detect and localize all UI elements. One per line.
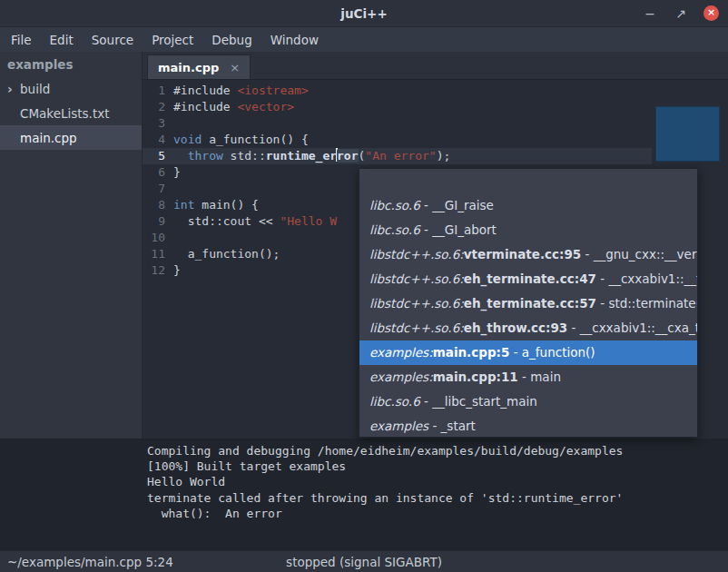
tree-item-main-cpp[interactable]: main.cpp xyxy=(0,125,142,150)
popup-row-text: - std::terminate() xyxy=(596,296,697,311)
popup-row-file: eh_terminate.cc:57 xyxy=(464,296,596,311)
tree-item-cmakelists-txt[interactable]: CMakeLists.txt xyxy=(0,101,142,125)
popup-row-file: main.cpp:11 xyxy=(433,370,518,384)
close-icon[interactable]: × xyxy=(703,5,719,21)
terminal-output: Compiling and debugging /home/eidheim/ex… xyxy=(0,439,728,550)
code-line[interactable]: throw std::runtime_error("An error"); xyxy=(173,148,450,164)
line-number-gutter: 123456789101112 xyxy=(143,83,173,279)
popup-row[interactable]: examples:main.cpp:5 - a_function() xyxy=(359,340,697,365)
popup-row[interactable]: examples:main.cpp:11 - main xyxy=(359,365,697,390)
terminal-line: terminate called after throwing an insta… xyxy=(147,490,724,506)
tab-label: main.cpp xyxy=(158,61,219,74)
code-segment: a_function(); xyxy=(173,247,280,261)
code-line[interactable]: #include <iostream> xyxy=(173,83,450,99)
statusbar: stopped (signal SIGABRT) ~/examples/main… xyxy=(0,550,728,572)
string-literal: <iostream> xyxy=(237,84,308,97)
chevron-right-icon: › xyxy=(7,82,20,96)
string-literal: <vector> xyxy=(237,100,294,113)
popup-row-prefix: examples: xyxy=(369,370,433,384)
popup-row[interactable]: libc.so.6 - __GI_abort xyxy=(359,218,697,242)
tree-item-build[interactable]: ›build xyxy=(0,76,142,101)
popup-row[interactable]: libstdc++.so.6:eh_terminate.cc:57 - std:… xyxy=(359,291,697,316)
code-segment: ); xyxy=(437,149,451,163)
line-number: 5 xyxy=(143,148,173,164)
popup-row-prefix: examples: xyxy=(369,345,433,360)
menu-item-source[interactable]: Source xyxy=(83,29,143,51)
menu-item-file[interactable]: File xyxy=(2,29,41,51)
line-number: 10 xyxy=(143,230,173,246)
terminal-line: Hello World xyxy=(147,474,724,489)
popup-row-prefix: libc.so.6 xyxy=(369,198,420,212)
status-file-position: ~/examples/main.cpp 5:24 xyxy=(0,555,173,569)
popup-row[interactable]: libstdc++.so.6:eh_terminate.cc:47 - __cx… xyxy=(359,267,697,291)
line-number: 2 xyxy=(143,99,173,115)
code-segment: main() { xyxy=(194,198,258,212)
popup-row-prefix: libstdc++.so.6: xyxy=(369,321,464,335)
popup-row-prefix: libc.so.6 xyxy=(369,394,420,409)
code-segment: } xyxy=(173,165,181,179)
popup-row-prefix: libstdc++.so.6: xyxy=(369,247,464,261)
menu-item-debug[interactable]: Debug xyxy=(202,29,261,51)
minimize-icon[interactable]: − xyxy=(642,6,658,21)
tab-close-icon[interactable]: × xyxy=(230,61,240,74)
menu-item-window[interactable]: Window xyxy=(261,29,328,51)
code-segment: void xyxy=(173,133,202,146)
code-segment xyxy=(173,149,188,163)
code-segment: #include xyxy=(173,100,237,113)
popup-row-text: - a_function() xyxy=(509,345,595,360)
string-literal: "Hello W xyxy=(280,214,337,228)
code-line[interactable] xyxy=(173,115,450,132)
menubar: FileEditSourceProjectDebugWindow xyxy=(0,27,728,52)
popup-row-text: - __GI_abort xyxy=(420,222,497,237)
line-number: 12 xyxy=(143,262,173,279)
string-literal: "An error" xyxy=(365,149,436,163)
code-segment: throw xyxy=(188,149,223,163)
code-line[interactable]: #include <vector> xyxy=(173,99,450,115)
popup-row-text: - __gnu_cxx::__verbos xyxy=(581,247,697,261)
popup-row[interactable]: libstdc++.so.6:eh_throw.cc:93 - __cxxabi… xyxy=(359,316,697,340)
tree-item-label: build xyxy=(20,82,50,96)
maximize-icon[interactable]: ↗ xyxy=(673,6,689,21)
terminal-line: what(): An error xyxy=(147,506,724,521)
window-title: juCi++ xyxy=(340,6,387,21)
tooltip-box xyxy=(655,106,720,162)
line-number: 1 xyxy=(143,83,173,99)
popup-row-text: - __libc_start_main xyxy=(420,394,537,409)
menu-item-project[interactable]: Project xyxy=(143,29,202,51)
popup-row[interactable]: examples - _start xyxy=(359,414,697,438)
line-number: 8 xyxy=(143,197,173,213)
popup-row-text: - _start xyxy=(428,419,476,433)
tab-main-cpp[interactable]: main.cpp × xyxy=(147,54,251,79)
code-segment: ror xyxy=(337,149,358,163)
terminal-line: [100%] Built target examples xyxy=(147,459,724,474)
code-segment: std::cout << xyxy=(173,214,280,228)
line-number: 3 xyxy=(143,115,173,132)
popup-row-file: vterminate.cc:95 xyxy=(464,247,581,261)
popup-row[interactable]: libc.so.6 - __GI_raise xyxy=(359,193,697,218)
menu-item-edit[interactable]: Edit xyxy=(41,29,83,51)
code-segment: runtime_er xyxy=(266,149,337,163)
popup-row-text: - __cxxabiv1::__cxa_thro xyxy=(567,321,697,335)
line-number: 11 xyxy=(143,246,173,262)
popup-row-file: main.cpp:5 xyxy=(433,345,510,360)
popup-row-text: - __GI_raise xyxy=(420,198,494,212)
line-number: 6 xyxy=(143,164,173,181)
popup-row-prefix: libstdc++.so.6: xyxy=(369,271,464,286)
popup-row-prefix: libc.so.6 xyxy=(369,222,420,237)
popup-row-file: eh_terminate.cc:47 xyxy=(464,271,596,286)
code-segment: int xyxy=(173,198,194,212)
sidebar-file-tree: examples ›buildCMakeLists.txtmain.cpp xyxy=(0,52,143,439)
file-tree: ›buildCMakeLists.txtmain.cpp xyxy=(0,76,142,150)
code-segment: std:: xyxy=(223,149,266,163)
popup-row[interactable]: libstdc++.so.6:vterminate.cc:95 - __gnu_… xyxy=(359,242,697,267)
line-number: 4 xyxy=(143,132,173,148)
popup-row-prefix: libstdc++.so.6: xyxy=(369,296,464,311)
popup-row-text: - __cxxabiv1::__term xyxy=(596,271,697,286)
popup-row-prefix: examples xyxy=(369,419,428,433)
popup-row[interactable]: libc.so.6 - __libc_start_main xyxy=(359,390,697,414)
project-root-label: examples xyxy=(0,52,142,76)
popup-row[interactable] xyxy=(359,169,697,193)
line-number: 7 xyxy=(143,181,173,197)
tabbar: main.cpp × xyxy=(143,52,728,80)
code-line[interactable]: void a_function() { xyxy=(173,132,450,148)
